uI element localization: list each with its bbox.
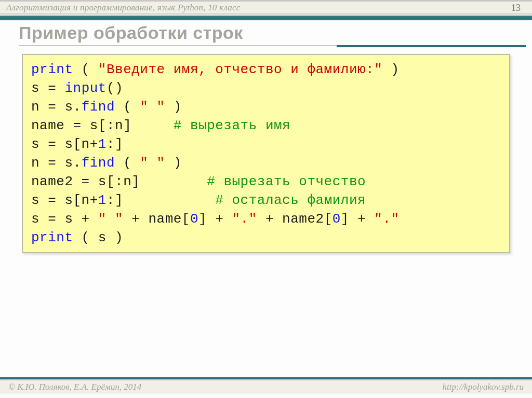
comment: # вырезать отчество bbox=[207, 174, 366, 189]
code-text: :] bbox=[107, 193, 123, 208]
num-literal: 1 bbox=[98, 136, 107, 152]
num-literal: 1 bbox=[98, 193, 107, 208]
code-text: + name2[ bbox=[257, 211, 332, 227]
code-text: ) bbox=[382, 62, 399, 77]
comment: # осталась фамилия bbox=[215, 193, 366, 208]
code-text: s bbox=[98, 230, 107, 245]
course-title: Алгоритмизация и программирование, язык … bbox=[6, 3, 241, 13]
str-literal: "Введите имя, отчество и фамилию:" bbox=[98, 62, 383, 77]
fn-find: find bbox=[82, 99, 115, 115]
str-literal: "." bbox=[374, 211, 399, 227]
kw-print: print bbox=[31, 230, 73, 245]
code-text: s = s[n+ bbox=[31, 136, 98, 152]
fn-find: find bbox=[82, 155, 115, 171]
code-text: ) bbox=[165, 155, 182, 171]
slide-title: Пример обработки строк bbox=[19, 23, 522, 43]
code-text: name2 = s[:n] bbox=[31, 174, 140, 189]
kw-input: input bbox=[64, 80, 107, 96]
code-text: ] + bbox=[198, 211, 232, 227]
code-text: :] bbox=[107, 136, 123, 152]
code-text: n = s. bbox=[31, 99, 82, 115]
code-text: ] + bbox=[341, 211, 374, 227]
slide-header: Алгоритмизация и программирование, язык … bbox=[0, 2, 532, 15]
num-literal: 0 bbox=[190, 211, 198, 227]
slide-root: Алгоритмизация и программирование, язык … bbox=[0, 0, 532, 398]
footer-url: http://kpolyakov.spb.ru bbox=[443, 382, 524, 392]
slide-footer: © К.Ю. Поляков, Е.А. Ерёмин, 2014 http:/… bbox=[0, 379, 532, 394]
code-text: name = s[:n] bbox=[31, 118, 131, 133]
code-text: + name[ bbox=[123, 211, 190, 227]
str-literal: " " bbox=[140, 155, 165, 171]
footer-copyright: © К.Ю. Поляков, Е.А. Ерёмин, 2014 bbox=[8, 382, 141, 392]
code-text: ) bbox=[165, 99, 182, 115]
code-text: s = s[n+ bbox=[31, 193, 98, 208]
code-text: s = bbox=[31, 80, 64, 96]
num-literal: 0 bbox=[332, 211, 341, 227]
code-text: ( bbox=[73, 230, 98, 245]
code-text: n = s. bbox=[31, 155, 82, 171]
str-literal: " " bbox=[140, 99, 165, 115]
title-underline-bold bbox=[337, 45, 526, 47]
code-text: ( bbox=[73, 62, 98, 77]
str-literal: " " bbox=[98, 211, 123, 227]
comment: # вырезать имя bbox=[174, 118, 290, 133]
code-text: ( bbox=[115, 99, 140, 115]
str-literal: "." bbox=[232, 211, 257, 227]
decoration-teal-bar bbox=[0, 16, 532, 20]
code-text: s = s + bbox=[31, 211, 98, 227]
page-number: 13 bbox=[511, 3, 521, 13]
code-text: () bbox=[107, 80, 123, 96]
code-block: print ( "Введите имя, отчество и фамилию… bbox=[22, 54, 510, 253]
title-block: Пример обработки строк bbox=[19, 23, 522, 43]
kw-print: print bbox=[31, 62, 73, 77]
code-text: ) bbox=[107, 230, 123, 245]
code-text: ( bbox=[115, 155, 140, 171]
